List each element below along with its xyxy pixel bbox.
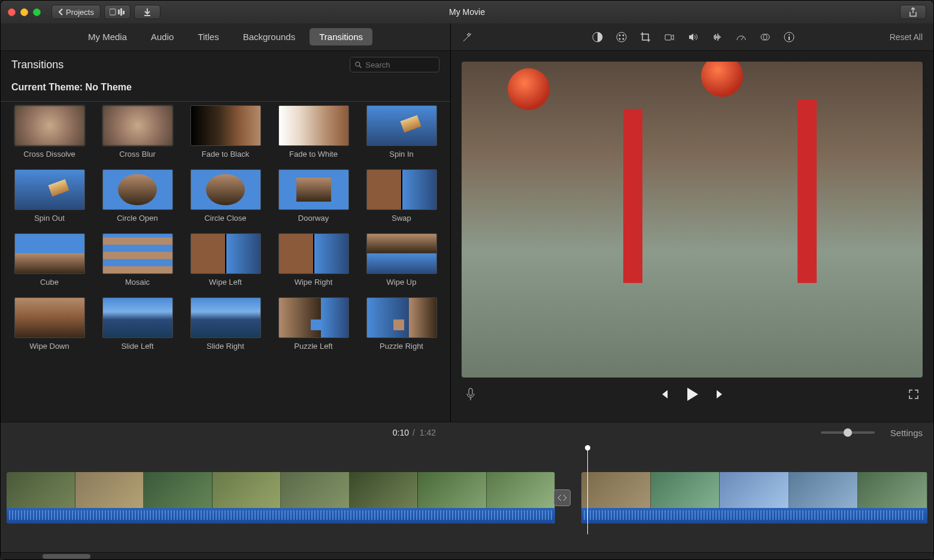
preview-frame[interactable] [462,62,923,378]
tab-backgrounds[interactable]: Backgrounds [234,28,305,45]
zoom-slider[interactable] [821,431,875,434]
transition-label: Cross Dissolve [23,150,75,159]
stabilization-button[interactable] [664,32,675,42]
transition-thumb[interactable]: Wipe Down [11,297,87,351]
maximize-window-button[interactable] [33,8,41,16]
voiceover-button[interactable] [465,388,476,401]
noise-reduction-button[interactable] [712,32,723,42]
overlap-circles-icon [760,32,771,42]
transitions-scroll[interactable]: Cross DissolveCross BlurFade to BlackFad… [1,103,450,422]
timeline-scrollbar[interactable] [1,552,933,559]
color-balance-button[interactable] [592,32,603,42]
transition-label: Puzzle Left [294,342,332,351]
transition-thumb[interactable]: Fade to Black [187,105,263,159]
enhance-button[interactable] [462,31,498,43]
next-frame-button[interactable] [715,389,726,400]
tab-transitions[interactable]: Transitions [310,28,372,45]
projects-back-button[interactable]: Projects [51,5,101,19]
browser-tabs: My Media Audio Titles Backgrounds Transi… [1,23,450,51]
transition-thumb[interactable]: Wipe Left [187,233,263,287]
transition-marker[interactable] [554,489,571,506]
transition-thumb[interactable]: Swap [363,169,439,223]
transition-thumb[interactable]: Cross Blur [99,105,175,159]
transition-label: Wipe Up [387,278,417,287]
transition-preview [14,169,85,210]
transition-label: Wipe Right [295,278,333,287]
timeline-settings-button[interactable]: Settings [890,428,923,438]
equalizer-icon [712,32,723,42]
svg-point-9 [623,38,624,39]
transition-label: Slide Left [121,342,153,351]
prev-frame-button[interactable] [659,389,669,400]
search-input[interactable] [365,60,434,69]
total-duration: 1:42 [420,428,436,437]
transition-preview [278,105,349,146]
transition-preview [14,105,85,146]
reset-all-button[interactable]: Reset All [890,32,923,42]
transition-thumb[interactable]: Spin Out [11,169,87,223]
audio-waveform [581,508,927,524]
tab-my-media[interactable]: My Media [78,28,137,45]
playhead[interactable] [587,448,588,534]
transition-thumb[interactable]: Cube [11,233,87,287]
transition-thumb[interactable]: Wipe Up [363,233,439,287]
transition-thumb[interactable]: Wipe Right [275,233,351,287]
search-icon [355,61,362,69]
close-window-button[interactable] [8,8,16,16]
tab-titles[interactable]: Titles [188,28,228,45]
media-library-button[interactable] [104,5,131,19]
transition-label: Doorway [298,214,329,223]
scrollbar-thumb[interactable] [43,554,90,559]
theme-label: Current Theme: [11,82,86,92]
transition-label: Puzzle Right [380,342,423,351]
volume-button[interactable] [688,32,699,42]
share-button[interactable] [900,5,926,19]
fullscreen-button[interactable] [908,389,919,400]
transition-thumb[interactable]: Fade to White [275,105,351,159]
transition-thumb[interactable]: Circle Open [99,169,175,223]
transition-thumb[interactable]: Mosaic [99,233,175,287]
tab-audio[interactable]: Audio [141,28,183,45]
viewer-panel: Reset All [451,23,933,422]
search-box[interactable] [350,57,439,72]
transition-preview [366,233,437,274]
transition-label: Mosaic [125,278,150,287]
transition-icon [557,494,567,501]
timeline-panel: 0:10 / 1:42 Settings [1,422,933,559]
skip-back-icon [659,389,669,400]
info-button[interactable] [784,32,794,42]
skip-forward-icon [715,389,726,400]
zoom-handle[interactable] [842,427,854,439]
clip[interactable] [581,472,927,524]
clip[interactable] [7,472,555,524]
chevron-left-icon [58,8,63,16]
transition-thumb[interactable]: Cross Dissolve [11,105,87,159]
transition-thumb[interactable]: Puzzle Left [275,297,351,351]
transition-label: Circle Open [117,214,158,223]
import-button[interactable] [134,5,160,19]
transition-thumb[interactable]: Puzzle Right [363,297,439,351]
transition-thumb[interactable]: Spin In [363,105,439,159]
transition-thumb[interactable]: Slide Left [99,297,175,351]
clip-filter-button[interactable] [760,32,771,42]
transition-label: Wipe Down [29,342,69,351]
window-controls [8,8,41,16]
crop-button[interactable] [640,32,651,42]
transition-label: Wipe Left [209,278,242,287]
transition-label: Cross Blur [119,150,156,159]
speed-button[interactable] [736,32,747,42]
minimize-window-button[interactable] [20,8,28,16]
svg-point-15 [789,34,790,35]
transition-thumb[interactable]: Circle Close [187,169,263,223]
svg-point-10 [619,38,621,39]
timeline-track[interactable] [1,443,933,552]
play-button[interactable] [685,386,699,402]
color-correction-button[interactable] [616,32,627,42]
transition-thumb[interactable]: Slide Right [187,297,263,351]
transition-preview [278,233,349,274]
expand-icon [908,389,919,400]
svg-rect-0 [110,9,116,15]
svg-point-7 [619,34,621,36]
transition-thumb[interactable]: Doorway [275,169,351,223]
info-icon [784,32,794,42]
